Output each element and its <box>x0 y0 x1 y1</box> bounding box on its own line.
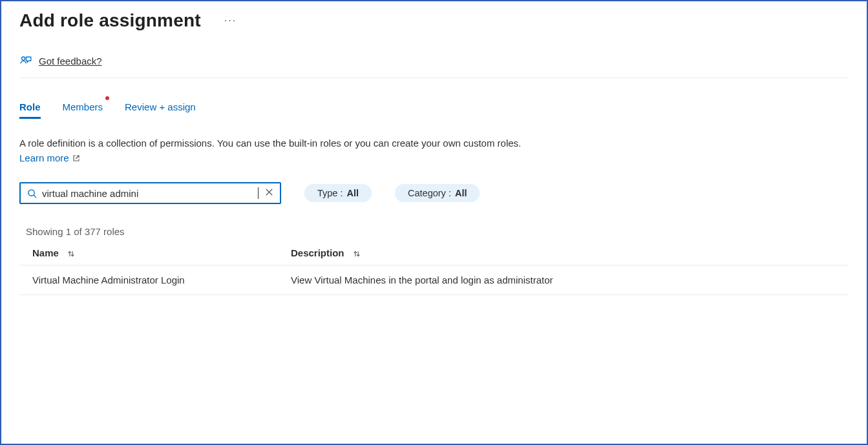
filter-value: All <box>455 188 467 198</box>
filter-type-pill[interactable]: Type : All <box>304 184 372 202</box>
learn-more-label: Learn more <box>19 151 69 166</box>
feedback-bar: Got feedback? <box>19 47 849 78</box>
role-description: A role definition is a collection of per… <box>19 136 549 165</box>
feedback-icon <box>19 54 32 67</box>
tab-review-assign[interactable]: Review + assign <box>125 98 196 119</box>
page-title: Add role assignment <box>19 10 201 31</box>
role-description-cell: View Virtual Machines in the portal and … <box>278 265 849 295</box>
result-count: Showing 1 of 377 roles <box>26 226 849 237</box>
roles-table: Name Description <box>19 241 849 295</box>
column-header-name[interactable]: Name <box>19 241 278 265</box>
tabs: Role Members Review + assign <box>19 98 849 119</box>
close-icon <box>265 188 273 198</box>
filter-category-pill[interactable]: Category : All <box>395 184 480 202</box>
more-actions-button[interactable]: ··· <box>222 13 239 28</box>
role-search-input[interactable] <box>42 188 257 199</box>
svg-point-1 <box>28 189 34 195</box>
filter-label: Category : <box>408 188 451 198</box>
tab-label: Role <box>19 101 41 112</box>
tab-members[interactable]: Members <box>63 98 103 119</box>
filter-value: All <box>347 188 359 198</box>
role-search-box[interactable] <box>19 182 281 204</box>
role-description-text: A role definition is a collection of per… <box>19 138 521 149</box>
sort-icon <box>67 249 76 258</box>
tab-role[interactable]: Role <box>19 98 41 119</box>
got-feedback-link[interactable]: Got feedback? <box>39 56 102 67</box>
role-name-cell: Virtual Machine Administrator Login <box>19 265 278 295</box>
tab-label: Review + assign <box>125 101 196 112</box>
search-icon <box>27 189 37 198</box>
table-row[interactable]: Virtual Machine Administrator Login View… <box>19 265 849 295</box>
external-link-icon <box>72 154 80 162</box>
clear-search-button[interactable] <box>264 187 275 200</box>
column-header-label: Name <box>32 247 59 258</box>
learn-more-link[interactable]: Learn more <box>19 151 80 166</box>
text-cursor-icon <box>258 187 259 199</box>
svg-point-0 <box>22 57 25 60</box>
attention-dot-icon <box>105 96 109 100</box>
tab-label: Members <box>63 101 103 112</box>
column-header-label: Description <box>291 247 344 258</box>
filter-label: Type : <box>317 188 343 198</box>
column-header-description[interactable]: Description <box>278 241 849 265</box>
sort-icon <box>352 249 361 258</box>
